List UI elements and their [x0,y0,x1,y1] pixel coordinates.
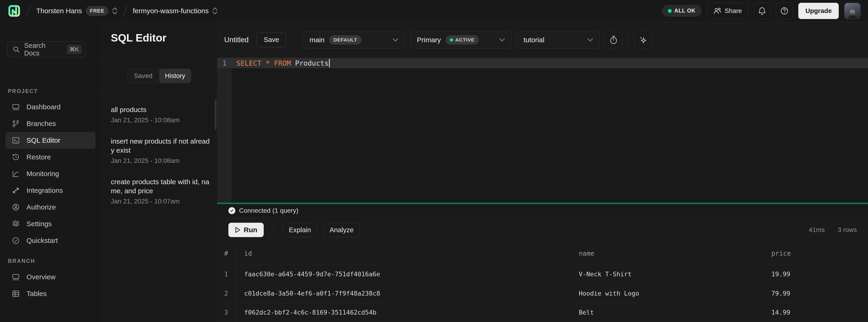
search-shortcut-badge: ⌘K [67,45,82,54]
results-table: # id name price 1 faac630e-a645-4459-9d7… [217,243,868,322]
tab-saved[interactable]: Saved [127,69,159,83]
branch-select-value: main [309,36,324,44]
code-editor[interactable]: 1 SELECT * FROM Products [217,58,868,203]
column-header-id[interactable]: id [235,250,570,257]
connection-status-bar: Connected (1 query) [217,204,868,217]
table-row[interactable]: 2 c01dce8a-3a50-4ef6-a0f1-7f9f48a238c8 H… [217,284,868,303]
column-header-name[interactable]: name [570,250,763,257]
branch-select[interactable]: main DEFAULT [303,31,405,49]
dashboard-icon [11,102,21,112]
sidebar-item-label: Authorize [27,203,56,211]
history-item-title: insert new products if not already exist [111,137,211,155]
history-item[interactable]: all products Jan 21, 2025 - 10:08am [111,105,211,124]
people-icon [713,7,721,14]
sidebar-item-restore[interactable]: Restore [6,149,95,166]
sidebar-item-label: Tables [27,290,47,298]
save-button[interactable]: Save [256,33,286,47]
panel-scrollbar[interactable] [215,100,217,130]
tab-history[interactable]: History [159,69,191,83]
default-badge: DEFAULT [329,35,361,44]
sidebar-item-label: Settings [27,220,52,228]
search-icon [12,46,20,53]
database-select-value: tutorial [523,36,545,44]
results-table-header: # id name price [217,243,868,264]
sidebar-item-quickstart[interactable]: Quickstart [6,232,95,249]
compute-select-value: Primary [417,36,441,44]
sql-keyword: FROM [274,59,291,67]
sidebar-item-branches[interactable]: Branches [6,115,95,132]
active-badge: ACTIVE [445,35,479,44]
cell-price: 14.99 [763,309,868,316]
run-button[interactable]: Run [228,223,264,237]
section-label-branch: BRANCH [8,258,35,264]
history-list: all products Jan 21, 2025 - 10:08am inse… [111,105,211,205]
neon-logo[interactable] [7,4,21,17]
compute-select[interactable]: Primary ACTIVE [410,31,512,49]
sidebar-item-label: Branches [27,120,56,128]
database-select[interactable]: tutorial [517,31,600,49]
search-docs-input[interactable]: Search Docs ⌘K [7,41,86,57]
breadcrumb-divider [123,5,127,16]
column-header-price[interactable]: price [763,250,868,257]
cell-name: Belt [570,309,763,316]
sidebar-item-settings[interactable]: Settings [6,216,95,232]
history-item-date: Jan 21, 2025 - 10:07am [111,198,211,205]
bell-icon [758,7,766,15]
explain-button[interactable]: Explain [282,223,317,237]
text-caret [329,59,330,67]
sidebar-item-monitoring[interactable]: Monitoring [6,166,95,182]
share-label: Share [725,7,742,14]
toolbar-divider [294,22,295,58]
ai-assist-button[interactable] [634,31,652,49]
breadcrumb-project[interactable]: fermyon-wasm-functions [133,7,217,15]
breadcrumb-org[interactable]: Thorsten Hans FREE [36,6,117,16]
help-button[interactable] [776,3,793,19]
history-item[interactable]: create products table with id, name, and… [111,177,211,205]
sidebar-item-tables[interactable]: Tables [6,285,95,302]
status-dot-icon [668,9,672,13]
query-tab-title: Untitled [224,36,249,44]
results-split-handle[interactable] [217,203,868,204]
sql-editor-panel: SQL Editor Saved History all products Ja… [101,22,217,322]
analyze-button[interactable]: Analyze [323,223,360,237]
help-icon [780,7,788,15]
monitoring-chart-icon [11,169,21,178]
upgrade-button[interactable]: Upgrade [798,3,839,19]
project-switcher-icon[interactable] [212,7,217,14]
active-dot-icon [450,38,453,41]
share-button[interactable]: Share [707,3,748,19]
table-row[interactable]: 3 f062dc2-bbf2-4c6c-8169-3511462cd54b Be… [217,303,868,322]
sidebar-item-label: Integrations [27,186,63,194]
sql-operator [261,59,266,67]
section-label-project: PROJECT [8,88,38,95]
history-item[interactable]: insert new products if not already exist… [111,137,211,165]
sidebar: Search Docs ⌘K PROJECT Dashboard [0,22,101,322]
status-badge[interactable]: ALL OK [662,5,702,17]
code-editor-body[interactable] [217,68,868,203]
table-row[interactable]: 1 faac630e-a645-4459-9d7e-751df4016a6e V… [217,264,868,284]
sidebar-item-integrations[interactable]: Integrations [6,182,95,199]
org-switcher-icon[interactable] [112,7,117,14]
chevron-down-icon [393,38,398,41]
sql-identifier: Products [295,59,329,67]
cell-id: c01dce8a-3a50-4ef6-a0f1-7f9f48a238c8 [235,290,570,297]
editor-gutter [217,68,231,203]
cell-name: Hoodie with Logo [570,290,763,297]
plan-badge: FREE [86,6,109,16]
query-timer-button[interactable] [605,31,622,49]
panel-divider [101,59,217,59]
sidebar-item-dashboard[interactable]: Dashboard [6,99,95,115]
query-row-count: 3 rows [838,226,857,234]
user-avatar[interactable] [844,3,861,19]
history-item-date: Jan 21, 2025 - 10:08am [111,157,211,165]
actions-divider [273,225,273,235]
sidebar-item-authorize[interactable]: Authorize [6,199,95,216]
row-index: 2 [217,284,235,303]
sidebar-item-overview[interactable]: Overview [6,269,95,285]
branch-icon [11,119,21,128]
toolbar-divider [629,29,629,51]
column-header-index[interactable]: # [217,243,235,264]
sidebar-item-sql-editor[interactable]: SQL Editor [6,132,95,149]
gear-icon [11,219,21,228]
notifications-button[interactable] [754,3,770,19]
